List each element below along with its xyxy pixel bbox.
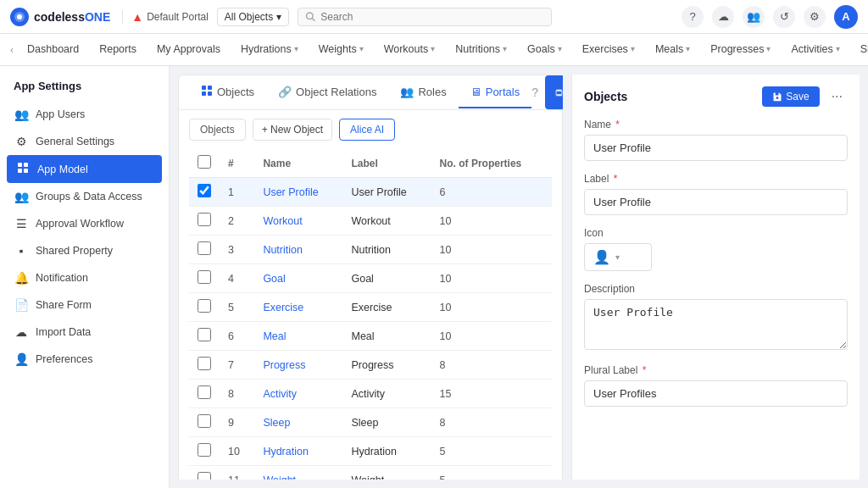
nav-nutritions[interactable]: Nutritions▾: [445, 34, 517, 66]
nav-exercises[interactable]: Exercises▾: [572, 34, 645, 66]
row-name[interactable]: Workout: [254, 207, 342, 236]
nav-workouts[interactable]: Workouts▾: [374, 34, 446, 66]
row-checkbox[interactable]: [198, 385, 211, 399]
table-header-row: # Name Label No. of Properties: [189, 149, 552, 178]
users-icon[interactable]: 👥: [743, 6, 765, 28]
row-number: 7: [220, 351, 254, 380]
sidebar-item-preferences[interactable]: 👤 Preferences: [0, 346, 169, 373]
plural-label-field-group: Plural Label *: [584, 364, 848, 407]
tab-roles[interactable]: 👥 Roles: [388, 77, 458, 108]
preferences-icon: 👤: [14, 352, 29, 366]
nav-approvals[interactable]: My Approvals: [147, 34, 231, 66]
roles-icon: 👥: [400, 86, 414, 98]
row-checkbox[interactable]: [198, 357, 211, 370]
sidebar-item-import-data[interactable]: ☁ Import Data: [0, 319, 169, 346]
row-checkbox[interactable]: [198, 299, 211, 313]
nav-left-arrow[interactable]: ‹: [7, 44, 17, 56]
nav-meals[interactable]: Meals▾: [645, 34, 700, 66]
alice-ai-button[interactable]: Alice AI: [339, 119, 395, 141]
svg-rect-6: [24, 169, 28, 173]
select-all-checkbox[interactable]: [198, 155, 211, 169]
description-textarea[interactable]: User Profile: [584, 299, 848, 350]
name-input[interactable]: [584, 135, 848, 161]
chevron-down-icon: ▾: [558, 44, 562, 53]
row-properties: 10: [431, 207, 552, 236]
sidebar-item-groups[interactable]: 👥 Groups & Data Access: [0, 183, 169, 210]
cloud-icon[interactable]: ☁: [712, 6, 734, 28]
row-label: Progress: [342, 351, 431, 380]
nav-reports[interactable]: Reports: [89, 34, 147, 66]
row-number: 11: [220, 466, 254, 480]
row-checkbox[interactable]: [198, 241, 211, 255]
more-options-button[interactable]: ···: [826, 87, 848, 106]
nav-activities[interactable]: Activities▾: [781, 34, 849, 66]
save-button[interactable]: Save: [762, 86, 819, 107]
nav-goals[interactable]: Goals▾: [517, 34, 572, 66]
col-name: Name: [254, 149, 342, 178]
sidebar-item-general-settings[interactable]: ⚙ General Settings: [0, 128, 169, 155]
row-name[interactable]: Progress: [254, 351, 342, 380]
sidebar-item-shared-property[interactable]: ▪ Shared Property: [0, 237, 169, 264]
row-checkbox[interactable]: [198, 443, 211, 457]
update-app-button[interactable]: Update App ▾: [545, 75, 563, 109]
avatar[interactable]: A: [834, 5, 858, 29]
row-checkbox[interactable]: [198, 328, 211, 341]
groups-icon: 👥: [14, 190, 29, 203]
search-icon: [305, 11, 315, 22]
sidebar-item-approval-workflow[interactable]: ☰ Approval Workflow: [0, 210, 169, 237]
nav-dashboard[interactable]: Dashboard: [17, 34, 89, 66]
row-checkbox[interactable]: [198, 472, 211, 480]
svg-rect-9: [202, 92, 206, 96]
label-input[interactable]: [584, 189, 848, 215]
sidebar-item-share-form[interactable]: 📄 Share Form: [0, 291, 169, 319]
row-label: Weight: [342, 466, 431, 480]
portal-badge: ▲ Default Portal: [122, 10, 209, 24]
search-input[interactable]: [320, 11, 544, 23]
row-name[interactable]: Exercise: [254, 293, 342, 322]
row-name[interactable]: User Profile: [254, 178, 342, 207]
objects-subtab[interactable]: Objects: [189, 119, 246, 141]
sidebar: App Settings 👥 App Users ⚙ General Setti…: [0, 66, 170, 488]
person-icon: 👤: [593, 249, 610, 265]
row-name[interactable]: Hydration: [254, 437, 342, 466]
nav-hydrations[interactable]: Hydrations▾: [231, 34, 309, 66]
tab-actions: ? Update App ▾: [531, 75, 563, 109]
row-label: Workout: [342, 207, 431, 236]
tab-portals[interactable]: 🖥 Portals: [459, 77, 531, 108]
save-icon: [555, 87, 563, 98]
content-wrapper: Objects 🔗 Object Relations 👥 Roles 🖥 Por…: [170, 66, 868, 488]
label-field-label: Label *: [584, 173, 848, 185]
row-name[interactable]: Sleep: [254, 408, 342, 437]
plural-label-field-label: Plural Label *: [584, 364, 848, 376]
row-checkbox[interactable]: [198, 414, 211, 428]
sidebar-item-app-users[interactable]: 👥 App Users: [0, 101, 169, 128]
icon-selector[interactable]: 👤 ▾: [584, 243, 652, 271]
row-name[interactable]: Weight: [254, 466, 342, 480]
row-checkbox[interactable]: [198, 213, 211, 226]
plural-label-input[interactable]: [584, 380, 848, 407]
nav-weights[interactable]: Weights▾: [309, 34, 374, 66]
table-row: 7 Progress Progress 8: [189, 351, 552, 380]
row-name[interactable]: Goal: [254, 264, 342, 293]
portals-icon: 🖥: [470, 86, 481, 98]
tab-object-relations[interactable]: 🔗 Object Relations: [266, 77, 388, 108]
table-row: 3 Nutrition Nutrition 10: [189, 236, 552, 264]
sidebar-item-app-model[interactable]: App Model: [7, 155, 162, 183]
refresh-icon[interactable]: ↺: [773, 6, 795, 28]
tab-help-icon[interactable]: ?: [531, 86, 538, 99]
row-checkbox[interactable]: [198, 184, 211, 197]
tab-objects[interactable]: Objects: [189, 76, 266, 109]
all-objects-button[interactable]: All Objects ▾: [217, 8, 289, 26]
sidebar-item-notification[interactable]: 🔔 Notification: [0, 264, 169, 291]
new-object-button[interactable]: + New Object: [253, 119, 332, 141]
nav-sleeps[interactable]: Sleeps▾: [850, 34, 868, 66]
help-icon[interactable]: ?: [682, 6, 704, 28]
row-name[interactable]: Activity: [254, 380, 342, 408]
row-checkbox[interactable]: [198, 270, 211, 284]
settings-icon[interactable]: ⚙: [804, 6, 826, 28]
nav-progresses[interactable]: Progresses▾: [700, 34, 781, 66]
row-name[interactable]: Meal: [254, 322, 342, 351]
required-indicator: *: [615, 119, 620, 130]
row-name[interactable]: Nutrition: [254, 236, 342, 264]
icon-field-label: Icon: [584, 227, 848, 239]
